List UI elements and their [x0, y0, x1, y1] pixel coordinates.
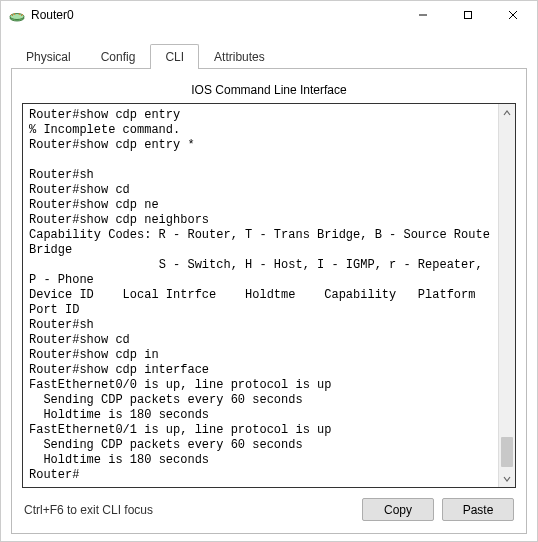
tab-cli[interactable]: CLI	[150, 44, 199, 69]
terminal-container: Router#show cdp entry % Incomplete comma…	[22, 103, 516, 488]
scroll-down-icon[interactable]	[499, 470, 515, 487]
maximize-button[interactable]	[445, 1, 490, 29]
cli-bottombar: Ctrl+F6 to exit CLI focus Copy Paste	[22, 488, 516, 523]
minimize-button[interactable]	[400, 1, 445, 29]
content-area: Physical Config CLI Attributes IOS Comma…	[1, 29, 537, 542]
cli-heading: IOS Command Line Interface	[22, 79, 516, 103]
tab-physical[interactable]: Physical	[11, 44, 86, 69]
window-title: Router0	[31, 8, 400, 22]
cli-terminal[interactable]: Router#show cdp entry % Incomplete comma…	[23, 104, 498, 487]
svg-rect-3	[464, 12, 471, 19]
cli-panel: IOS Command Line Interface Router#show c…	[11, 69, 527, 534]
paste-button[interactable]: Paste	[442, 498, 514, 521]
scroll-thumb[interactable]	[501, 437, 513, 467]
tab-config[interactable]: Config	[86, 44, 151, 69]
tab-attributes[interactable]: Attributes	[199, 44, 280, 69]
scroll-up-icon[interactable]	[499, 104, 515, 121]
router-icon	[9, 7, 25, 23]
app-window: Router0 Physical Config CLI Attributes I…	[0, 0, 538, 542]
terminal-scrollbar[interactable]	[498, 104, 515, 487]
cli-hint: Ctrl+F6 to exit CLI focus	[24, 503, 354, 517]
titlebar: Router0	[1, 1, 537, 29]
copy-button[interactable]: Copy	[362, 498, 434, 521]
close-button[interactable]	[490, 1, 535, 29]
tab-bar: Physical Config CLI Attributes	[11, 43, 527, 69]
window-controls	[400, 1, 535, 29]
